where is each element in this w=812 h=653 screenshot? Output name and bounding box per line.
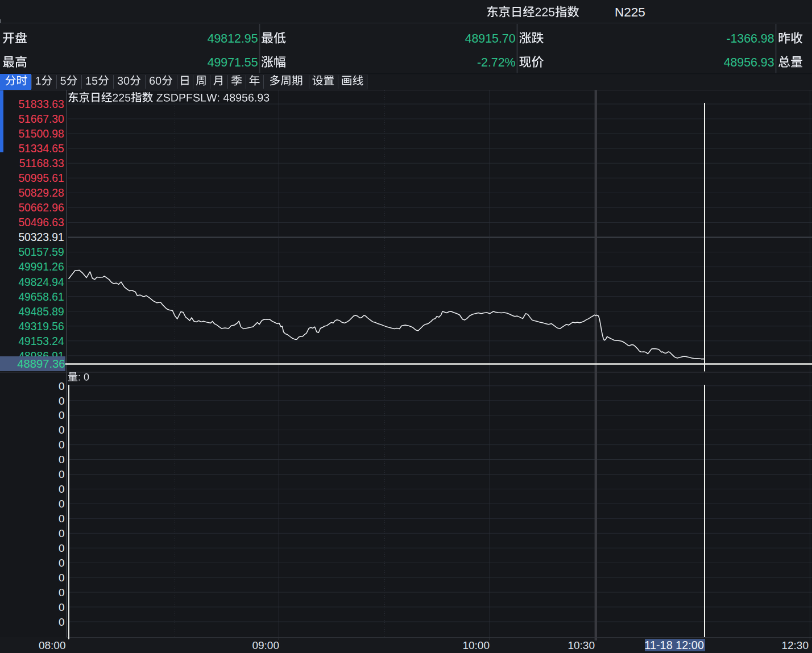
svg-text:49991.26: 49991.26 — [18, 261, 64, 273]
svg-text:48897.36: 48897.36 — [17, 357, 65, 370]
svg-text:-2.72%: -2.72% — [477, 56, 516, 69]
svg-text:51168.33: 51168.33 — [19, 157, 64, 169]
svg-text:48956.93: 48956.93 — [724, 56, 774, 69]
svg-text:0: 0 — [59, 409, 65, 421]
svg-text:0: 0 — [59, 557, 65, 569]
svg-text:51833.63: 51833.63 — [18, 98, 64, 110]
svg-text:51667.30: 51667.30 — [18, 113, 64, 125]
svg-text:10:30: 10:30 — [567, 639, 595, 651]
svg-text:0: 0 — [59, 468, 65, 480]
svg-text:50829.28: 50829.28 — [18, 187, 64, 199]
svg-text:50323.91: 50323.91 — [18, 231, 64, 243]
svg-text:0: 0 — [59, 616, 65, 628]
svg-text:49824.94: 49824.94 — [18, 276, 64, 288]
svg-text:0: 0 — [59, 380, 65, 392]
svg-text:48915.70: 48915.70 — [465, 32, 516, 45]
svg-text:0: 0 — [59, 483, 65, 495]
svg-text:N225: N225 — [615, 5, 645, 19]
svg-text:0: 0 — [59, 439, 65, 451]
svg-text:50662.96: 50662.96 — [18, 202, 64, 214]
svg-text:49658.61: 49658.61 — [18, 291, 64, 303]
svg-text:0: 0 — [59, 572, 65, 584]
svg-text:0: 0 — [59, 542, 65, 554]
svg-text:49485.89: 49485.89 — [18, 306, 64, 318]
svg-text:0: 0 — [59, 587, 65, 598]
svg-text:50995.61: 50995.61 — [18, 172, 64, 184]
svg-text:09:00: 09:00 — [252, 639, 279, 651]
svg-text:49153.24: 49153.24 — [18, 335, 64, 347]
svg-text:0: 0 — [59, 424, 65, 436]
svg-text:10:00: 10:00 — [462, 639, 490, 651]
svg-text:0: 0 — [59, 513, 65, 525]
svg-text:49812.95: 49812.95 — [208, 32, 258, 45]
svg-text:51334.65: 51334.65 — [18, 143, 64, 155]
svg-text:08:00: 08:00 — [39, 639, 66, 651]
svg-text:51500.98: 51500.98 — [18, 128, 64, 140]
svg-text:0: 0 — [59, 454, 65, 465]
svg-text:49971.55: 49971.55 — [208, 56, 258, 69]
svg-text:0: 0 — [59, 601, 65, 613]
svg-text:0: 0 — [59, 498, 65, 510]
svg-text:12:30: 12:30 — [781, 639, 809, 651]
svg-text:11-18 12:00: 11-18 12:00 — [644, 639, 704, 651]
svg-text:0: 0 — [59, 527, 65, 539]
svg-text:-1366.98: -1366.98 — [726, 32, 774, 45]
svg-text:0: 0 — [59, 395, 65, 407]
svg-text:49319.56: 49319.56 — [18, 321, 64, 332]
svg-text:50157.59: 50157.59 — [18, 246, 64, 258]
svg-text:50496.63: 50496.63 — [18, 217, 64, 228]
